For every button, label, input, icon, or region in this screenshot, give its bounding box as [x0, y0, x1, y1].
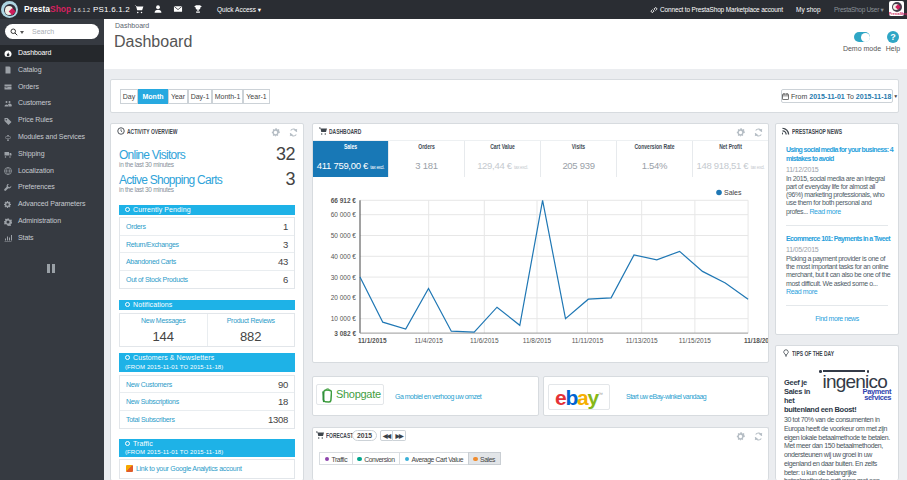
svg-text:10 000 €: 10 000 €	[331, 315, 357, 322]
svg-text:40 000 €: 40 000 €	[331, 253, 357, 260]
svg-text:11/4/2015: 11/4/2015	[414, 337, 443, 344]
svg-text:11/18/2015: 11/18/2015	[744, 337, 768, 344]
svg-text:11/11/2015: 11/11/2015	[572, 337, 604, 344]
svg-text:30 000 €: 30 000 €	[331, 274, 357, 281]
svg-text:60 000 €: 60 000 €	[331, 211, 357, 218]
svg-text:11/6/2015: 11/6/2015	[470, 337, 499, 344]
svg-text:11/15/2015: 11/15/2015	[679, 337, 711, 344]
svg-text:20 000 €: 20 000 €	[331, 294, 357, 301]
svg-text:11/13/2015: 11/13/2015	[626, 337, 658, 344]
svg-text:3 082 €: 3 082 €	[334, 330, 356, 337]
svg-text:66 912 €: 66 912 €	[331, 197, 357, 204]
svg-text:11/1/2015: 11/1/2015	[358, 337, 387, 344]
svg-text:11/8/2015: 11/8/2015	[523, 337, 552, 344]
svg-text:50 000 €: 50 000 €	[331, 232, 357, 239]
svg-text:Sales: Sales	[724, 189, 742, 196]
